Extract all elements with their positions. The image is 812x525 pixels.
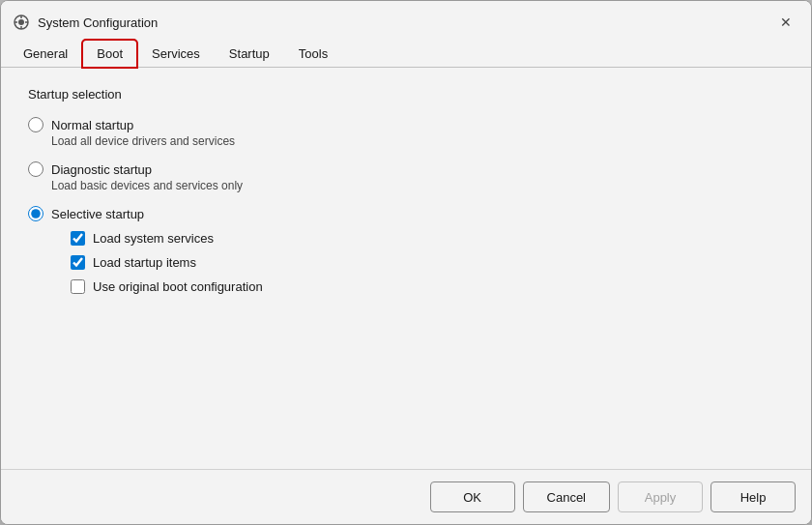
title-bar-left: System Configuration <box>13 14 158 31</box>
diagnostic-startup-item: Diagnostic startup Load basic devices an… <box>28 161 784 192</box>
tab-boot[interactable]: Boot <box>82 40 137 68</box>
title-bar: System Configuration ✕ <box>1 1 811 40</box>
footer: OK Cancel Apply Help <box>1 469 811 524</box>
load-system-services-row: Load system services <box>71 231 784 246</box>
normal-startup-radio[interactable] <box>28 117 44 132</box>
use-original-boot-checkbox[interactable] <box>71 279 85 294</box>
svg-point-1 <box>18 19 24 25</box>
normal-startup-desc: Load all device drivers and services <box>51 134 784 148</box>
window-title: System Configuration <box>38 15 158 30</box>
selective-startup-options: Load system services Load startup items … <box>71 231 784 294</box>
apply-button[interactable]: Apply <box>618 481 703 512</box>
load-system-services-label[interactable]: Load system services <box>93 231 214 246</box>
diagnostic-startup-desc: Load basic devices and services only <box>51 179 784 192</box>
tab-general[interactable]: General <box>9 40 82 68</box>
cancel-button[interactable]: Cancel <box>523 481 610 512</box>
tab-startup[interactable]: Startup <box>215 40 284 68</box>
diagnostic-startup-row: Diagnostic startup <box>28 161 784 177</box>
help-button[interactable]: Help <box>710 481 796 512</box>
load-startup-items-row: Load startup items <box>71 255 784 270</box>
system-configuration-window: System Configuration ✕ General Boot Serv… <box>0 0 812 525</box>
ok-button[interactable]: OK <box>430 481 515 512</box>
load-startup-items-label[interactable]: Load startup items <box>93 255 196 270</box>
diagnostic-startup-label[interactable]: Diagnostic startup <box>51 162 152 177</box>
tab-tools[interactable]: Tools <box>284 40 342 68</box>
startup-selection-group: Normal startup Load all device drivers a… <box>28 117 784 294</box>
tabs-bar: General Boot Services Startup Tools <box>1 40 811 68</box>
use-original-boot-row: Use original boot configuration <box>71 279 784 294</box>
tab-content: Startup selection Normal startup Load al… <box>1 68 811 469</box>
app-icon <box>13 14 30 31</box>
normal-startup-item: Normal startup Load all device drivers a… <box>28 117 784 148</box>
selective-startup-row: Selective startup <box>28 206 784 221</box>
close-button[interactable]: ✕ <box>772 9 799 36</box>
load-startup-items-checkbox[interactable] <box>71 255 85 270</box>
tab-services[interactable]: Services <box>137 40 215 68</box>
normal-startup-label[interactable]: Normal startup <box>51 118 133 132</box>
selective-startup-item: Selective startup Load system services L… <box>28 206 784 294</box>
diagnostic-startup-radio[interactable] <box>28 161 44 177</box>
use-original-boot-label[interactable]: Use original boot configuration <box>93 279 263 294</box>
load-system-services-checkbox[interactable] <box>71 231 85 246</box>
selective-startup-label[interactable]: Selective startup <box>51 207 144 221</box>
normal-startup-row: Normal startup <box>28 117 784 132</box>
section-title: Startup selection <box>28 87 784 102</box>
selective-startup-radio[interactable] <box>28 206 44 221</box>
